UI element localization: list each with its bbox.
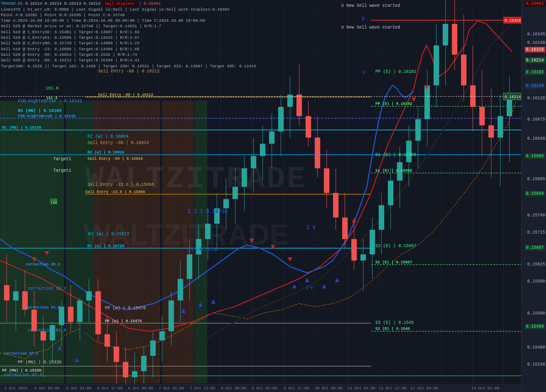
sell-c-entry88: Sell %10 @ C_Entry88: 0.15720 | Target:0…	[1, 40, 256, 46]
sell-c-entry38: Sell %10 @ C_Entry38: 0.15481 | Target:0…	[1, 29, 256, 35]
info-line2: Point A:0.16202 | Point B:0.15295 | Poin…	[1, 12, 256, 18]
time-label-1: 4 Oct 09:00	[34, 386, 59, 391]
price-axis: 0.16462 0.16345 0.16330 0.16328 0.16214 …	[521, 0, 546, 392]
time-label-12: 11 Oct 17:00	[379, 386, 407, 391]
sell-entry-50: Sell %20 @ Entry -50: 0.16024 | Target:0…	[1, 52, 256, 58]
time-label-3: 5 Oct 17:00	[97, 386, 122, 391]
time-label-5: 7 Oct 01:00	[159, 386, 184, 391]
price-15625: 0.15625	[527, 262, 545, 267]
symbol-line: TRXUSD.H1 0.16214 0.16214 0.16214 0.1621…	[1, 1, 256, 7]
price-s2-d: 0.15667	[525, 245, 545, 251]
price-15895: 0.15895	[527, 177, 545, 182]
price-15760: 0.15760	[527, 213, 545, 218]
info-line3: Time A:2024.10.09 18:00:00 | Time B:2024…	[1, 18, 256, 23]
price-pp-d: 0.16182	[525, 69, 545, 75]
price-15490: 0.15490	[527, 311, 545, 316]
price-current: 0.16214	[525, 58, 545, 63]
price-15715: 0.15715	[527, 230, 545, 235]
price-15336: 0.15336	[527, 362, 545, 367]
price-16120: 0.16120	[527, 96, 545, 101]
chart-container: TRXUSD.H1 0.16214 0.16214 0.16214 0.1621…	[0, 0, 546, 392]
time-label-11: 11 Oct 01:00	[348, 386, 375, 391]
price-16345: 0.16345	[527, 32, 545, 37]
time-label-2: 5 Oct 01:00	[66, 386, 91, 391]
target100: Target100: 0.1526 || Target 161: 0.1496 …	[1, 63, 256, 69]
price-15580: 0.15580	[527, 279, 545, 284]
price-15845: 0.15845	[525, 191, 545, 196]
sell-c-entry61: Sell %10 @ C_Entry61: 0.15585 | Target:0…	[1, 35, 256, 40]
price-15400: 0.15400	[527, 345, 545, 350]
sell-entry-23: Sell %10 @ Entry -23: 0.15896 | Target:0…	[1, 46, 256, 52]
price-16075: 0.16075	[527, 117, 545, 122]
price-16330: 0.16330	[527, 40, 545, 45]
price-s1-d: 0.15965	[525, 153, 545, 159]
price-stoploss: 0.16462	[525, 1, 545, 6]
time-label-7: 8 Oct 09:00	[221, 386, 246, 391]
price-fsb: 0.16143	[525, 83, 545, 89]
time-label-4: 6 Oct 09:00	[128, 386, 153, 391]
price-16328: 0.16328	[525, 47, 545, 52]
time-label-0: 2 Oct 2024	[4, 386, 27, 391]
price-s3-d: 0.15450	[525, 324, 545, 329]
time-label-10: 10 Oct 09:00	[315, 386, 343, 391]
info-panel: TRXUSD.H1 0.16214 0.16214 0.16214 0.1621…	[1, 1, 256, 69]
time-label-8: 9 Oct 01:00	[252, 386, 277, 391]
time-label-13: 12 Oct 09:00	[410, 386, 438, 391]
info-line1: Line1476 | h1_atr_c0: 0.0006 | Last Sign…	[1, 7, 256, 12]
sell-pct-market: Sell %20 @ Market price or at: 0.15746 |…	[1, 23, 256, 29]
price-16030: 0.16030	[527, 136, 545, 141]
price-header: 0.16214 0.16214 0.16214 0.16214	[25, 1, 103, 6]
time-label-6: 7 Oct 17:00	[190, 386, 215, 391]
sell-entry-88: Sell %20 @ Entry -88: 0.16212 | Target:0…	[1, 58, 256, 63]
time-label-14: 13 Oct 01:00	[471, 386, 499, 391]
time-label-9: 9 Oct 17:00	[284, 386, 309, 391]
sell-stoploss-value: | 0.16462	[139, 1, 160, 6]
sell-stoploss-badge: Sell Stoploss	[103, 1, 136, 6]
symbol: TRXUSD.H1	[1, 1, 23, 6]
time-axis: 2 Oct 2024 4 Oct 09:00 5 Oct 01:00 5 Oct…	[0, 384, 521, 392]
